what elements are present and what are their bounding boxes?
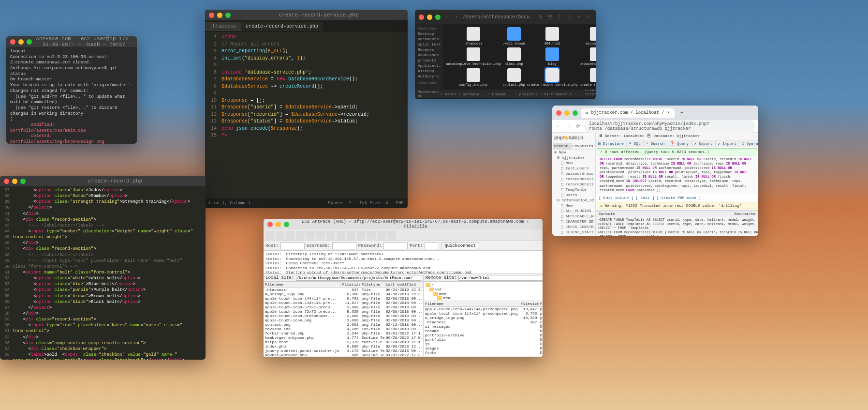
db-tree-item[interactable]: ⊟ bjjtracker xyxy=(553,155,594,160)
file-item[interactable]: create-record-service.php xyxy=(527,68,578,87)
compare-icon[interactable] xyxy=(367,231,376,240)
file-row[interactable]: .htaccess847File06/24/2019 22:3... xyxy=(264,288,423,292)
cancel-icon[interactable] xyxy=(326,231,335,240)
file-row[interactable]: index.php6,509php-file02/08/2023 12:... xyxy=(264,344,423,349)
close-icon[interactable] xyxy=(4,179,9,184)
back-icon[interactable]: ‹ xyxy=(443,14,450,20)
server-crumb[interactable]: 🖥 Server: localhost xyxy=(599,134,644,139)
tab-close-icon[interactable]: × xyxy=(667,110,670,115)
file-item[interactable]: create-record.php xyxy=(580,68,596,87)
pma-tab-search[interactable]: ⌕ Search xyxy=(644,140,667,147)
file-row[interactable]: portfolioDirectory08/13/2023 ...drwxrwSr… xyxy=(424,337,543,342)
sitemanager-icon[interactable] xyxy=(265,231,274,240)
new-tab-icon[interactable]: + xyxy=(677,110,687,116)
browser-titlebar[interactable]: ⚙ bjjtracker.com / localhost / × + xyxy=(552,106,758,120)
process-queue-icon[interactable] xyxy=(316,231,325,240)
forward-icon[interactable]: › xyxy=(453,14,460,20)
terminal-titlebar[interactable]: AntPace.com — ec2-user@ip-172-31-39-86:~… xyxy=(6,36,137,47)
close-icon[interactable] xyxy=(10,39,15,45)
sidebar-item[interactable]: Applicati... xyxy=(417,63,441,68)
path-segment[interactable]: Users xyxy=(445,92,456,96)
db-tree-item[interactable]: ▢ passwordrecovery xyxy=(553,171,594,176)
tab-create-record-service[interactable]: create-record-service.php xyxy=(241,22,323,31)
db-crumb[interactable]: 🗄 Database: bjjtracker xyxy=(647,134,700,139)
tree-item[interactable]: html xyxy=(426,296,543,300)
pma-db-tree[interactable]: ⊕ New⊟ bjjtracker▢ New▢ test_users▢ pass… xyxy=(553,150,594,235)
filter-icon[interactable] xyxy=(357,231,366,240)
db-tree-item[interactable]: ▢ ALL_PLUGINS xyxy=(553,208,594,213)
port-input[interactable] xyxy=(425,243,439,249)
col-header[interactable]: Filetype xyxy=(539,301,543,306)
sidebar-item[interactable]: split text... xyxy=(417,42,441,47)
col-header[interactable]: Filename xyxy=(424,301,519,306)
file-row[interactable]: httpd.conf12,379conf-file02/24/2018 21:1… xyxy=(264,340,423,344)
view-icon-list[interactable]: ☰ xyxy=(546,14,553,20)
sync-icon[interactable] xyxy=(377,231,386,240)
file-row[interactable]: apple-touch-icon-114x114-pre...11,617png… xyxy=(264,301,423,305)
editor2-content[interactable]: <option class="Judo">Judo</option> <opti… xyxy=(12,186,206,360)
bookmarks-link[interactable]: Bookmarks xyxy=(735,212,755,216)
db-tree-item[interactable]: ▢ TempTable xyxy=(553,187,594,192)
col-header[interactable]: Filesize xyxy=(519,301,539,306)
close-icon[interactable] xyxy=(419,15,424,20)
pma-action-links[interactable]: [ Edit inline ] [ Edit ] [ Create PHP co… xyxy=(596,195,758,201)
file-row[interactable]: A_bridge_logo.png16,360png-file01/21/201… xyxy=(424,316,543,320)
nav-tab-favorites[interactable]: Favorites xyxy=(572,143,594,149)
db-tree-item[interactable]: ▢ APPLICABLE_ROLES xyxy=(553,213,594,219)
remote-tree[interactable]: /varwwwhtmlbackgroundblogcssfonts xyxy=(424,282,543,301)
path-segment[interactable]: bjjtracker.c... xyxy=(544,92,579,96)
db-tree-item[interactable]: ▢ CLIENT_STATISTICS xyxy=(553,229,594,235)
reload-icon[interactable]: ⟳ xyxy=(574,123,581,130)
pma-tab-operations[interactable]: ⚙ Operations xyxy=(739,140,758,147)
minimize-icon[interactable] xyxy=(276,222,281,227)
col-header[interactable]: Filetype xyxy=(360,282,384,287)
browser-tab[interactable]: ⚙ bjjtracker.com / localhost / × xyxy=(581,108,675,118)
file-row[interactable]: A_bridge_logo.png16,360png-file04/30/201… xyxy=(264,292,423,296)
file-row[interactable]: cssDirectory08/23/2023 ...drwxr-Sr-xapac… xyxy=(424,355,543,356)
finder-files-grid[interactable]: .htaccess.well-known404.htmlaccount.phpa… xyxy=(443,24,596,90)
editor1-titlebar[interactable]: create-record-service.php xyxy=(205,10,408,20)
path-segment[interactable]: anthony... xyxy=(463,92,486,96)
file-row[interactable]: apple-touch-icon-72x72-preco...5,925png-… xyxy=(264,309,423,314)
file-row[interactable]: forbar-shared.php2,244php-file01/01/2022… xyxy=(264,331,423,335)
file-row[interactable]: contact.png2,691png-file02/12/2018 00:..… xyxy=(264,322,423,327)
path-segment[interactable]: projects xyxy=(519,92,538,96)
tree-item[interactable]: / xyxy=(426,283,543,287)
file-row[interactable]: apple-touch-icon-114x114-precomposed.png… xyxy=(424,311,543,316)
nav-tab-recent[interactable]: Recent xyxy=(553,143,572,149)
file-row[interactable]: jsDirectory07/26/2023 ...drwxr-Sr-xapach… xyxy=(424,342,543,346)
file-row[interactable]: favicon.ico4,286ico-file02/08/2018 00:..… xyxy=(264,327,423,331)
pma-tab-structure[interactable]: ▤ Structure xyxy=(596,140,627,147)
col-header[interactable]: Filesize xyxy=(341,282,360,287)
pma-tab-sql[interactable]: ⌨ SQL xyxy=(627,140,644,147)
file-row[interactable]: apple-touch-icon-144x114-pre...9,762png-… xyxy=(264,296,423,301)
maximize-icon[interactable] xyxy=(435,15,441,20)
tree-item[interactable]: www xyxy=(426,291,543,296)
sidebar-item[interactable]: Recents xyxy=(417,47,441,52)
terminal-window[interactable]: AntPace.com — ec2-user@ip-172-31-39-86:~… xyxy=(6,36,137,144)
toggle-queue-icon[interactable] xyxy=(296,231,305,240)
actions-icon[interactable]: ⋯ xyxy=(575,14,582,20)
console-header[interactable]: Console xyxy=(599,212,615,216)
col-header[interactable]: Filename xyxy=(264,282,341,287)
pma-tab-export[interactable]: ↗ Export xyxy=(691,140,715,147)
file-row[interactable]: apple-touch-icon-57x57-preco...3,889png-… xyxy=(264,305,423,309)
host-input[interactable] xyxy=(280,243,305,249)
browser-window[interactable]: ⚙ bjjtracker.com / localhost / × + ← → ⟳… xyxy=(552,106,758,236)
editor-record-window[interactable]: create-record.php 3738394041424344454647… xyxy=(0,176,206,360)
filezilla-log[interactable]: Status: Directory listing of "/var/www" … xyxy=(264,251,543,274)
db-tree-item[interactable]: ⊕ New xyxy=(553,150,594,155)
db-tree-item[interactable]: ▢ New xyxy=(553,203,594,208)
file-row[interactable]: hamburger-antpace.php1,774Sublime Text .… xyxy=(264,335,423,340)
pass-input[interactable] xyxy=(383,243,408,249)
disconnect-icon[interactable] xyxy=(337,231,345,240)
minimize-icon[interactable] xyxy=(564,110,570,116)
url-bar[interactable]: localhost/bjjtracker.com/phpMyAdmin/inde… xyxy=(584,120,755,133)
path-segment[interactable]: Macintosh HD xyxy=(418,90,439,98)
pma-console[interactable]: >CREATE TABLE TempTable AS SELECT userid… xyxy=(596,217,758,236)
file-row[interactable]: jquery.content-panel-switcher.js1,178Sub… xyxy=(264,349,423,353)
forward-icon[interactable]: → xyxy=(565,123,572,130)
file-item[interactable]: autocomplete-technician.php xyxy=(446,47,500,66)
maximize-icon[interactable] xyxy=(573,110,578,116)
tags-icon[interactable]: ◯ xyxy=(566,14,573,20)
